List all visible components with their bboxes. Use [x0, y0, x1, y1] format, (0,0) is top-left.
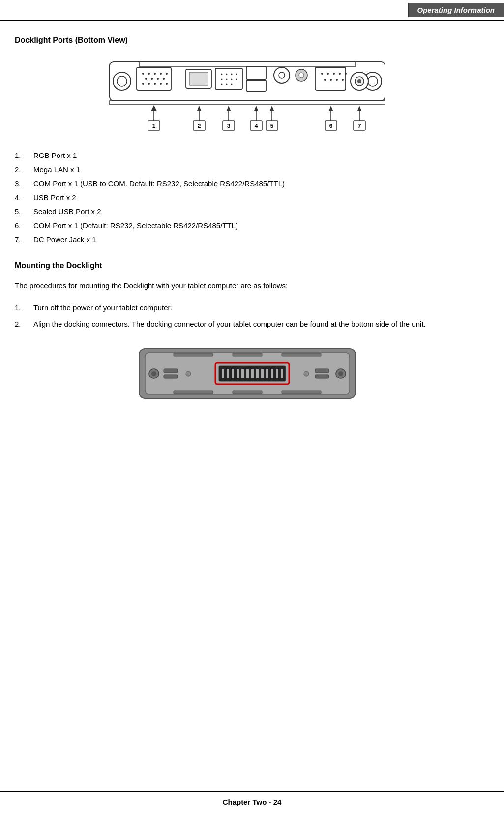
svg-rect-6	[137, 67, 171, 90]
port-list-item: 2. Mega LAN x 1	[15, 164, 479, 176]
svg-rect-108	[315, 375, 329, 378]
svg-point-43	[327, 73, 329, 75]
svg-point-46	[345, 73, 347, 75]
svg-rect-54	[110, 101, 385, 105]
svg-point-37	[274, 67, 290, 83]
svg-point-13	[151, 78, 153, 80]
svg-marker-63	[227, 106, 231, 111]
port-list-item: 7. DC Power Jack x 1	[15, 234, 479, 246]
svg-rect-109	[174, 353, 213, 356]
svg-point-34	[231, 84, 232, 85]
section2-title: Mounting the Docklight	[15, 261, 479, 270]
svg-rect-36	[246, 80, 266, 91]
port-num: 2.	[15, 164, 33, 176]
svg-point-28	[221, 79, 222, 80]
svg-rect-96	[237, 369, 239, 378]
step-text: Turn off the power of your tablet comput…	[33, 302, 479, 314]
svg-point-31	[236, 79, 237, 80]
svg-point-32	[221, 84, 222, 85]
port-desc: Sealed USB Port x 2	[33, 206, 479, 218]
svg-rect-98	[246, 369, 249, 378]
section1-title: Docklight Ports (Bottom View)	[15, 36, 479, 45]
svg-text:2: 2	[197, 123, 201, 129]
svg-point-42	[321, 73, 323, 75]
port-list: 1. RGB Port x 1 2. Mega LAN x 1 3. COM P…	[15, 150, 479, 246]
svg-rect-112	[174, 391, 213, 394]
svg-point-45	[339, 73, 341, 75]
port-desc: DC Power Jack x 1	[33, 234, 479, 246]
svg-rect-89	[164, 375, 178, 378]
svg-rect-93	[222, 369, 224, 378]
svg-text:5: 5	[270, 123, 273, 129]
svg-point-20	[166, 83, 168, 85]
svg-point-16	[142, 83, 144, 85]
svg-rect-113	[233, 391, 262, 394]
port-num: 7.	[15, 234, 33, 246]
port-list-item: 6. COM Port x 1 (Default: RS232, Selecta…	[15, 220, 479, 232]
svg-point-10	[160, 73, 162, 75]
svg-point-25	[226, 74, 227, 75]
svg-point-40	[299, 73, 304, 78]
mounting-steps: 1. Turn off the power of your tablet com…	[15, 302, 479, 330]
svg-point-11	[166, 73, 168, 75]
svg-rect-23	[215, 68, 242, 89]
svg-point-18	[154, 83, 156, 85]
svg-rect-111	[282, 353, 321, 356]
svg-point-17	[148, 83, 150, 85]
svg-rect-107	[315, 369, 329, 373]
svg-rect-95	[232, 369, 234, 378]
port-num: 6.	[15, 220, 33, 232]
port-diagram-svg: 1 2 3 4 5	[90, 57, 405, 135]
svg-marker-59	[197, 106, 201, 111]
svg-point-90	[186, 371, 191, 376]
svg-marker-71	[270, 106, 274, 111]
svg-point-44	[333, 73, 335, 75]
svg-rect-1	[139, 62, 356, 66]
svg-point-53	[357, 79, 361, 83]
port-list-item: 4. USB Port x 2	[15, 192, 479, 204]
svg-point-7	[142, 73, 144, 75]
svg-rect-114	[282, 391, 321, 394]
svg-text:7: 7	[357, 123, 361, 129]
svg-point-106	[304, 371, 309, 376]
svg-rect-94	[227, 369, 229, 378]
svg-rect-102	[266, 369, 268, 378]
svg-point-24	[221, 74, 222, 75]
svg-point-19	[160, 83, 162, 85]
svg-text:6: 6	[329, 123, 332, 129]
svg-point-2	[113, 72, 131, 90]
port-list-item: 3. COM Port x 1 (USB to COM. Default: RS…	[15, 178, 479, 189]
step-num: 1.	[15, 302, 33, 314]
port-num: 3.	[15, 178, 33, 189]
svg-point-9	[154, 73, 156, 75]
svg-text:4: 4	[254, 123, 258, 129]
port-num: 5.	[15, 206, 33, 218]
svg-rect-22	[189, 72, 208, 85]
port-desc: COM Port x 1 (Default: RS232, Selectable…	[33, 220, 479, 232]
step-item: 1. Turn off the power of your tablet com…	[15, 302, 479, 314]
port-num: 4.	[15, 192, 33, 204]
svg-rect-97	[241, 369, 244, 378]
svg-rect-100	[256, 369, 259, 378]
svg-point-14	[157, 78, 159, 80]
port-desc: Mega LAN x 1	[33, 164, 479, 176]
svg-text:3: 3	[227, 123, 230, 129]
svg-marker-79	[357, 106, 361, 111]
svg-rect-99	[251, 369, 254, 378]
step-item: 2. Align the docking connectors. The doc…	[15, 318, 479, 330]
svg-rect-41	[315, 67, 346, 90]
port-desc: COM Port x 1 (USB to COM. Default: RS232…	[33, 178, 479, 189]
svg-point-48	[330, 79, 332, 81]
page-footer: Chapter Two - 24	[0, 791, 504, 806]
svg-rect-35	[246, 66, 266, 79]
page-content: Docklight Ports (Bottom View)	[0, 21, 504, 457]
svg-point-15	[163, 78, 165, 80]
step-text: Align the docking connectors. The dockin…	[33, 318, 479, 330]
svg-point-8	[148, 73, 150, 75]
port-list-item: 1. RGB Port x 1	[15, 150, 479, 161]
tablet-connector-image	[15, 344, 479, 408]
svg-point-29	[226, 79, 227, 80]
svg-point-87	[338, 371, 343, 376]
svg-point-26	[231, 74, 232, 75]
svg-point-85	[151, 371, 156, 376]
